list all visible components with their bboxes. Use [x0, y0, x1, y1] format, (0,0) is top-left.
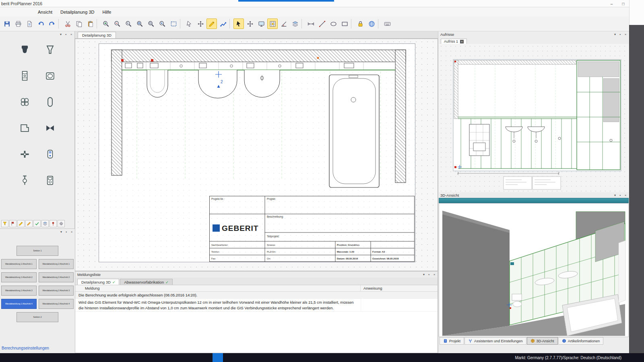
pointer-button[interactable]	[184, 19, 194, 29]
pin-icon[interactable]: ▪	[427, 273, 431, 276]
tab-3d-ansicht[interactable]: 3D-Ansicht	[527, 337, 558, 345]
message-tab-abwasservorfabrikation[interactable]: Abwasservorfabrikation✓	[120, 279, 172, 285]
section-box[interactable]: Wandabwicklung 2 Abschnitt 3	[39, 286, 74, 296]
close-icon[interactable]: ×	[623, 193, 627, 197]
dimension-button[interactable]	[305, 19, 316, 29]
tool-button[interactable]	[301, 19, 304, 29]
gear-button[interactable]	[58, 220, 65, 227]
selection-frame-button[interactable]	[168, 19, 179, 29]
elevation-canvas[interactable]	[439, 44, 629, 192]
tab-projekt[interactable]: Projekt	[440, 337, 464, 345]
zoom-selection-button[interactable]	[157, 19, 167, 29]
tool-button[interactable]	[97, 19, 99, 29]
message-tab-detailplanung[interactable]: Detailplanung 3D✓	[77, 279, 119, 285]
wc-element-tool[interactable]	[18, 43, 32, 56]
module-element-tool[interactable]	[43, 173, 57, 187]
tab-aufriss-1[interactable]: Aufriss 1 ×	[441, 39, 467, 44]
zoom-out-button[interactable]	[112, 19, 122, 29]
zoom-previous-button[interactable]	[123, 19, 134, 29]
tab-artikelinformationen[interactable]: Artikelinformationen	[558, 337, 604, 345]
pin-icon[interactable]: ▪	[618, 33, 622, 36]
message-row[interactable]: Die Berechnung wurde erfolgreich abgesch…	[75, 292, 438, 299]
rectangle-button[interactable]	[339, 19, 350, 29]
bathtub-fixture[interactable]	[329, 75, 379, 187]
collapse-icon[interactable]: ▾	[613, 193, 617, 197]
check-button[interactable]	[33, 220, 41, 227]
layers-small-button[interactable]	[41, 220, 49, 227]
keyboard-button[interactable]	[382, 19, 392, 29]
close-tab-icon[interactable]: ×	[460, 40, 464, 43]
redo-button[interactable]	[47, 19, 57, 29]
3d-viewport[interactable]	[439, 203, 629, 337]
ellipse-button[interactable]	[328, 19, 339, 29]
urinal-sensor-tool[interactable]	[43, 147, 57, 161]
paste-button[interactable]	[85, 19, 95, 29]
section-box[interactable]: Sektion 1	[17, 246, 58, 256]
section-box[interactable]: Wandabwicklung 1 Abschnitt 4	[1, 299, 37, 309]
marker-small-button[interactable]	[17, 220, 25, 227]
maximize-button[interactable]: □	[617, 0, 629, 7]
pin-icon[interactable]: ▪	[64, 230, 68, 234]
tool-button[interactable]	[351, 19, 354, 29]
close-icon[interactable]: ×	[432, 273, 436, 276]
lock-button[interactable]	[355, 19, 365, 29]
close-icon[interactable]: ×	[623, 33, 627, 36]
select-cursor-button[interactable]	[233, 19, 244, 29]
close-icon[interactable]: ×	[70, 230, 74, 234]
pin-icon[interactable]: ▪	[618, 193, 622, 197]
floorplan-sheet[interactable]: 2	[99, 43, 415, 262]
line-button[interactable]	[317, 19, 327, 29]
layers-button[interactable]	[290, 19, 300, 29]
tab-detailplanung-3d[interactable]: Detailplanung 3D	[78, 32, 116, 38]
wc-fixture[interactable]	[147, 70, 168, 97]
urinal-tool[interactable]	[43, 43, 57, 56]
collapse-icon[interactable]: ▾	[613, 33, 617, 36]
flag-button[interactable]	[9, 220, 17, 227]
valve-tool[interactable]	[43, 121, 57, 135]
tool-button[interactable]	[378, 19, 381, 29]
section-box[interactable]: Wandabwicklung 2 Abschnitt 4	[39, 299, 74, 309]
stop-valve-tool[interactable]	[18, 173, 32, 187]
pipe-fitting-tool[interactable]	[18, 147, 32, 161]
berechnungseinstellungen-link[interactable]: Berechnungseinstellungen	[2, 346, 49, 350]
section-box[interactable]: Sektion 2	[17, 312, 58, 322]
corner-element-tool[interactable]	[18, 121, 32, 135]
report-button[interactable]	[24, 19, 35, 29]
pan-button[interactable]	[195, 19, 206, 29]
section-box[interactable]: Wandabwicklung 2 Abschnitt 1	[39, 259, 74, 269]
minimize-button[interactable]: –	[606, 0, 617, 7]
zoom-window-button[interactable]	[134, 19, 145, 29]
collapse-icon[interactable]: ▾	[59, 230, 63, 234]
connector-button[interactable]	[218, 19, 228, 29]
undo-button[interactable]	[35, 19, 46, 29]
screen-button[interactable]	[256, 19, 266, 29]
section-box[interactable]: Wandabwicklung 1 Abschnitt 3	[1, 286, 37, 296]
bathtub-tool[interactable]	[43, 95, 57, 109]
section-box[interactable]: Wandabwicklung 2 Abschnitt 2	[39, 272, 74, 282]
zoom-all-button[interactable]	[146, 19, 156, 29]
globe-button[interactable]	[366, 19, 377, 29]
menu-hilfe[interactable]: Hilfe	[98, 8, 115, 16]
tool-button[interactable]	[58, 19, 61, 29]
cut-button[interactable]	[62, 19, 73, 29]
close-icon[interactable]: ×	[69, 33, 73, 36]
pin-icon[interactable]: ▪	[64, 33, 68, 36]
section-box[interactable]: Wandabwicklung 1 Abschnitt 1	[1, 259, 37, 269]
menu-detailplanung-3d[interactable]: Detailplanung 3D	[56, 8, 98, 16]
angle-button[interactable]	[279, 19, 289, 29]
drain-tool[interactable]	[18, 95, 32, 109]
print-button[interactable]	[13, 19, 23, 29]
move-button[interactable]	[245, 19, 255, 29]
grid-select-button[interactable]	[267, 19, 278, 29]
washbasin-tool[interactable]	[43, 69, 57, 82]
copy-button[interactable]	[74, 19, 84, 29]
filter-button[interactable]	[1, 220, 8, 227]
tool-button[interactable]	[229, 19, 232, 29]
pin-button[interactable]	[50, 220, 57, 227]
menu-ansicht[interactable]: Ansicht	[34, 8, 56, 16]
tool-button[interactable]	[180, 19, 183, 29]
highlight-marker-button[interactable]	[206, 19, 217, 29]
message-row[interactable]: Wird das GIS Element für Wand-WC mit Ome…	[75, 299, 438, 312]
pencil-button[interactable]	[25, 220, 33, 227]
collapse-icon[interactable]: ▾	[59, 33, 63, 36]
